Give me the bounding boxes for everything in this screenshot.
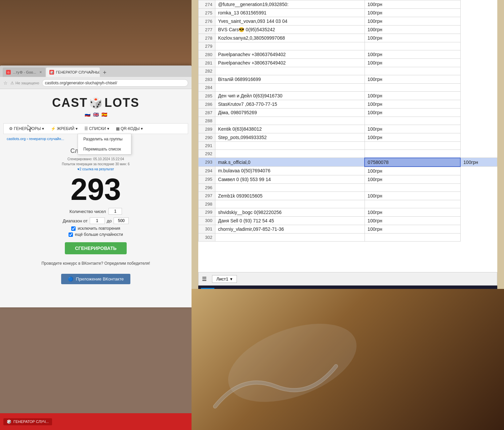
row-name[interactable]: Pavelpanachev +380637649402 (215, 59, 365, 67)
row-name[interactable]: Pavelpanachev +380637649402 (215, 50, 365, 59)
row-name[interactable]: Zemb1k 0939015605 (215, 191, 365, 200)
row-name[interactable]: @future__generation19,0932850: (215, 0, 365, 9)
dropdown-shuffle-list[interactable]: Перемешать список (78, 144, 131, 154)
lock-icon: ⚠ (10, 81, 14, 85)
random-number-display: 293 (7, 174, 185, 205)
flag-ru: 🇷🇺 (85, 112, 90, 117)
checkbox-row-2: ещё больше случайности (7, 232, 185, 237)
share-link[interactable]: ♥2 ссылка на результат (7, 167, 185, 171)
row-price: 100грн (365, 100, 460, 109)
row-price (365, 42, 460, 50)
row-phone[interactable]: 07580078 (365, 158, 460, 167)
row-name[interactable]: mak.s_official,0 (215, 158, 365, 167)
range-from-input[interactable] (90, 217, 105, 224)
row-name[interactable]: chorniy_vladimir,097-852-71-36 (215, 225, 365, 233)
row-num: 287 (199, 109, 215, 117)
stamp-info: Сгенерировано: 05.10.2024 15:22:04 (7, 157, 185, 161)
row-name-text: mak.s_official,0 (218, 160, 250, 165)
vk-button-label: Приложение ВКонтакте (76, 276, 124, 282)
row-name[interactable] (215, 183, 365, 191)
vk-button[interactable]: 🔵 Приложение ВКонтакте (61, 274, 130, 284)
row-name[interactable]: Даня Sell 0 (93) 712 54 45 (215, 216, 365, 225)
row-name[interactable] (215, 67, 365, 75)
row-name[interactable]: m.bulavaa 0(50)7694076 (215, 167, 365, 175)
checkbox-row-1: исключить повторения (7, 226, 185, 231)
row-price: 100грн (365, 175, 460, 183)
sheet-tab-dropdown[interactable]: ▾ (230, 276, 233, 282)
url-bar[interactable]: castlots.org/generator-sluchajnyh-chisel… (42, 79, 188, 87)
right-panel: 274@future__generation19,0932850:100грн2… (192, 0, 504, 430)
castlots-page: CAST 🎲 LOTS 🇷🇺 🇬🇧 🇪🇸 ⚙ ГЕНЕРАТОРЫ ▾ (0, 89, 192, 307)
row-name[interactable]: Ден чип и Дейл 0(63)9416730 (215, 92, 365, 100)
row-name[interactable]: Yves_saint_vovan,093 144 03 04 (215, 17, 365, 26)
tab-label-google: ...ту⚙ - Goo... (13, 70, 36, 75)
browser-tab-castlots[interactable]: 🎲 ГЕНЕРАТОР СЛУЧАЙНЫХ ЧИС... × (46, 68, 100, 77)
row-price: 100грн (460, 158, 497, 167)
row-name[interactable] (215, 142, 365, 150)
row-name[interactable]: Діма, 0980795269 (215, 109, 365, 117)
row-price: 100грн (365, 225, 460, 233)
address-bar: ☆ ⚠ Не защищено castlots.org/generator-s… (0, 77, 192, 89)
row-name[interactable]: BVS Cars😎 0(95)5435242 (215, 26, 365, 34)
dropdown-split-groups[interactable]: Разделить на группы (78, 134, 131, 144)
nav-lists[interactable]: ☰ СПИСКИ ▾ (82, 125, 112, 132)
add-tab-button[interactable]: + (100, 68, 109, 77)
row-price (365, 200, 460, 208)
exclude-repeats-checkbox[interactable] (71, 226, 76, 231)
more-random-label: ещё больше случайности (75, 232, 123, 237)
row-name[interactable]: Самвел 0 (93) 553 99 14 (215, 175, 365, 183)
logo-dice: 🎲 (89, 96, 103, 109)
nav-qr[interactable]: ▦ QR-КОДЫ ▾ (113, 125, 145, 132)
flag-gb: 🇬🇧 (93, 112, 99, 117)
row-name[interactable] (215, 233, 365, 241)
range-to-input[interactable] (114, 217, 129, 224)
row-num: 276 (199, 17, 215, 26)
row-price (365, 84, 460, 92)
exclude-repeats-label: исключить повторения (78, 226, 120, 231)
row-name[interactable]: romka_13 0631565991 (215, 9, 365, 17)
row-name[interactable]: StasKrutov7 ,063-770-77-15 (215, 100, 365, 109)
sheet-tab-1[interactable]: Лист1 ▾ (212, 275, 237, 283)
count-input[interactable] (109, 208, 122, 215)
security-warning: ⚠ Не защищено (10, 81, 39, 85)
row-name[interactable]: Kentik 0(63)8438012 (215, 125, 365, 133)
taskbar-castlots-label: ГЕНЕРАТОР СЛУЧ... (13, 420, 49, 424)
row-num: 295 (199, 175, 215, 183)
row-num: 284 (199, 84, 215, 92)
spreadsheet-container: 274@future__generation19,0932850:100грн2… (198, 0, 497, 282)
row-name[interactable]: Step_pots,0994933352 (215, 133, 365, 142)
browser-tab-google[interactable]: G ...ту⚙ - Goo... × (3, 68, 45, 77)
row-name[interactable] (215, 150, 365, 158)
nav-lottery-label: ⚡ ЖРЕБИЙ ▾ (51, 126, 78, 131)
row-name[interactable] (215, 42, 365, 50)
bookmark-icon[interactable]: ☆ (3, 80, 8, 86)
row-num: 285 (199, 92, 215, 100)
tab-close-google[interactable]: × (40, 70, 42, 75)
row-price: 100грн (365, 59, 460, 67)
more-random-checkbox[interactable] (69, 232, 73, 237)
row-name[interactable] (215, 117, 365, 125)
row-num: 289 (199, 125, 215, 133)
nav-generators-label: ⚙ ГЕНЕРАТОРЫ ▾ (9, 126, 44, 131)
row-name[interactable] (215, 84, 365, 92)
generate-button[interactable]: СГЕНЕРИРОВАТЬ (65, 242, 127, 254)
row-price (365, 117, 460, 125)
row-num: 301 (199, 225, 215, 233)
row-name[interactable]: shvidskiy__bogc 0(982220256 (215, 208, 365, 216)
row-price: 100грн (365, 26, 460, 34)
row-name[interactable] (215, 200, 365, 208)
nav-generators[interactable]: ⚙ ГЕНЕРАТОРЫ ▾ (6, 125, 47, 132)
sheet-menu-icon[interactable]: ☰ (202, 276, 207, 282)
row-price (365, 150, 460, 158)
nav-lists-label: ☰ СПИСКИ ▾ (84, 126, 109, 131)
taskbar-castlots-item[interactable]: 🎲 ГЕНЕРАТОР СЛУЧ... (3, 418, 52, 425)
nav-lottery[interactable]: ⚡ ЖРЕБИЙ ▾ (48, 125, 80, 132)
nav-qr-label: ▦ QR-КОДЫ ▾ (116, 126, 143, 131)
castlots-nav: ⚙ ГЕНЕРАТОРЫ ▾ ⚡ ЖРЕБИЙ ▾ ☰ СПИСКИ ▾ ▦ Q… (3, 123, 188, 134)
row-name[interactable]: Віталій 0689916699 (215, 75, 365, 84)
row-price: 100грн (365, 0, 460, 9)
row-name[interactable]: Kozlov.sanya2,0,380509997068 (215, 34, 365, 42)
row-price: 100грн (365, 9, 460, 17)
row-num: 280 (199, 50, 215, 59)
lists-dropdown: Разделить на группы Перемешать список (78, 134, 131, 155)
